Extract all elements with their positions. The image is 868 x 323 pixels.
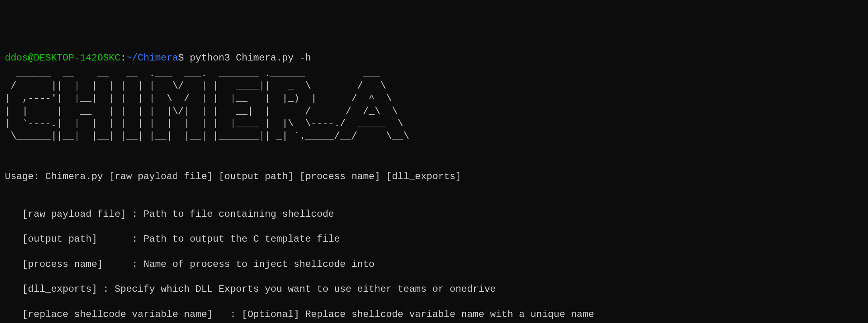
help-line: [dll_exports] : Specify which DLL Export… (5, 283, 863, 295)
prompt-colon: : (120, 52, 126, 63)
prompt-path: ~/Chimera (126, 52, 178, 63)
prompt-user: ddos@DESKTOP-142OSKC (5, 52, 120, 63)
prompt-dollar: $ (178, 52, 190, 63)
usage-line: Usage: Chimera.py [raw payload file] [ou… (5, 170, 863, 183)
help-line: [replace shellcode variable name] : [Opt… (5, 308, 863, 321)
help-line: [raw payload file] : Path to file contai… (5, 208, 863, 220)
ascii-banner: ______ __ __ __ .___ ___. _______ ._____… (5, 67, 863, 142)
help-line: [output path] : Path to output the C tem… (5, 233, 863, 245)
terminal-output: ddos@DESKTOP-142OSKC:~/Chimera$ python3 … (5, 52, 863, 323)
command-text: python3 Chimera.py -h (190, 52, 311, 63)
help-line: [process name] : Name of process to inje… (5, 258, 863, 271)
